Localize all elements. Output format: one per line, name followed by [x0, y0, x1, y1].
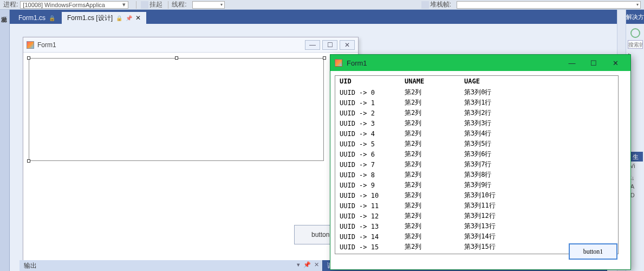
table-cell: 第3列8行 — [460, 170, 618, 180]
table-row[interactable]: UUID -> 9第2列第3列9行 — [335, 180, 618, 190]
table-cell: UUID -> 7 — [335, 159, 400, 170]
table-row[interactable]: UUID -> 2第2列第3列2行 — [335, 108, 618, 118]
table-cell: 第3列5行 — [460, 139, 618, 149]
designer-form-window[interactable]: Form1 — ☐ ✕ button1 — [23, 37, 359, 271]
table-row[interactable]: UUID -> 4第2列第3列4行 — [335, 128, 618, 139]
process-dropdown[interactable]: [10008] WindowsFormsApplica ▾ — [20, 1, 128, 9]
table-cell: UUID -> 10 — [335, 190, 400, 201]
table-row[interactable]: UUID -> 5第2列第3列5行 — [335, 139, 618, 149]
col-uid[interactable]: UID — [335, 76, 400, 87]
table-cell: 第3列3行 — [460, 118, 618, 128]
document-tab-strip: Form1.cs 🔒 Form1.cs [设计] 🔒 📌 ✕ ▾ — [10, 10, 626, 24]
designer-form-title: Form1 — [37, 41, 303, 49]
debug-toolbar: 进程: [10008] WindowsFormsApplica ▾ 挂起 线程:… — [0, 0, 644, 10]
chevron-down-icon[interactable]: ▾ — [297, 261, 300, 268]
table-cell: 第3列12行 — [460, 211, 618, 221]
resize-handle[interactable] — [27, 56, 30, 60]
left-toolbox-gutter[interactable]: 发动源 — [0, 10, 10, 271]
resize-handle[interactable] — [27, 159, 30, 163]
chevron-down-icon: ▾ — [122, 1, 126, 8]
close-icon[interactable]: ✕ — [314, 261, 319, 268]
designer-client-area[interactable]: button1 — [23, 53, 358, 271]
pin-icon[interactable]: 📌 — [303, 261, 311, 268]
table-row[interactable]: UUID -> 8第2列第3列8行 — [335, 170, 618, 180]
lock-icon: 🔒 — [49, 15, 55, 21]
table-row[interactable]: UUID -> 6第2列第3列6行 — [335, 149, 618, 159]
table-cell: 第2列 — [400, 170, 460, 180]
table-cell: 第3列1行 — [460, 98, 618, 108]
table-row[interactable]: UUID -> 11第2列第3列11行 — [335, 201, 618, 211]
table-cell: UUID -> 11 — [335, 201, 400, 211]
app-icon — [335, 59, 342, 67]
table-cell: 第3列13行 — [460, 221, 618, 231]
table-cell: 第2列 — [400, 201, 460, 211]
stackframe-dropdown[interactable]: ▾ — [457, 1, 641, 9]
listview-table: UID UNAME UAGE UUID -> 0第2列第3列0行UUID -> … — [335, 76, 618, 254]
col-uname[interactable]: UNAME — [400, 76, 460, 87]
table-header-row: UID UNAME UAGE — [335, 76, 618, 87]
solution-explorer-header: 解决方 — [626, 10, 644, 24]
table-row[interactable]: UUID -> 3第2列第3列3行 — [335, 118, 618, 128]
col-uage[interactable]: UAGE — [460, 76, 618, 87]
table-row[interactable]: UUID -> 0第2列第3列0行 — [335, 87, 618, 98]
close-button[interactable]: ✕ — [340, 40, 355, 50]
table-cell: 第3列0行 — [460, 87, 618, 98]
table-cell: 第2列 — [400, 180, 460, 190]
maximize-button[interactable]: ☐ — [583, 55, 604, 71]
designer-listview-control[interactable] — [29, 58, 324, 161]
table-row[interactable]: UUID -> 1第2列第3列1行 — [335, 98, 618, 108]
minimize-button[interactable]: — — [305, 40, 320, 50]
output-panel-tab[interactable]: 输出 ▾ 📌 ✕ — [19, 260, 323, 271]
table-row[interactable]: UUID -> 10第2列第3列10行 — [335, 190, 618, 201]
table-cell: 第3列4行 — [460, 128, 618, 139]
table-row[interactable]: UUID -> 7第2列第3列7行 — [335, 159, 618, 170]
table-cell: UUID -> 14 — [335, 231, 400, 242]
process-label: 进程: — [3, 0, 18, 9]
table-cell: 第3列14行 — [460, 231, 618, 242]
table-row[interactable]: UUID -> 14第2列第3列14行 — [335, 231, 618, 242]
tab-label: Form1.cs [设计] — [67, 14, 113, 23]
table-cell: 第2列 — [400, 139, 460, 149]
lifecycle-icon[interactable] — [141, 1, 148, 9]
close-button[interactable]: ✕ — [604, 55, 626, 71]
search-input[interactable] — [628, 40, 643, 49]
runwin-client-area: UID UNAME UAGE UUID -> 0第2列第3列0行UUID -> … — [330, 71, 630, 269]
button1[interactable]: button1 — [569, 243, 617, 260]
minimize-button[interactable]: — — [561, 55, 583, 71]
refresh-icon[interactable] — [630, 28, 640, 38]
thread-dropdown[interactable]: ▾ — [192, 1, 225, 9]
stackframe-icon[interactable] — [421, 1, 429, 9]
runwin-titlebar[interactable]: Form1 — ☐ ✕ — [330, 55, 630, 71]
table-row[interactable]: UUID -> 13第2列第3列13行 — [335, 221, 618, 231]
table-cell: UUID -> 1 — [335, 98, 400, 108]
listview[interactable]: UID UNAME UAGE UUID -> 0第2列第3列0行UUID -> … — [335, 75, 619, 254]
table-cell: 第2列 — [400, 221, 460, 231]
table-cell: 第2列 — [400, 190, 460, 201]
maximize-button[interactable]: ☐ — [322, 40, 337, 50]
output-label: 输出 — [24, 261, 37, 270]
table-cell: 第3列10行 — [460, 190, 618, 201]
table-cell: 第2列 — [400, 128, 460, 139]
table-cell: UUID -> 15 — [335, 242, 400, 252]
table-cell: 第2列 — [400, 211, 460, 221]
running-form1-window[interactable]: Form1 — ☐ ✕ UID UNAME UAGE UUID -> 0第2列第… — [330, 54, 631, 270]
separator — [136, 1, 136, 9]
table-cell: UUID -> 2 — [335, 108, 400, 118]
pin-icon[interactable]: 📌 — [126, 15, 132, 21]
separator — [168, 1, 168, 9]
resize-handle[interactable] — [323, 56, 326, 60]
table-cell: 第3列2行 — [460, 108, 618, 118]
close-icon[interactable]: ✕ — [135, 14, 141, 22]
table-row[interactable]: UUID -> 12第2列第3列12行 — [335, 211, 618, 221]
process-value: [10008] WindowsFormsApplica — [23, 2, 105, 8]
table-cell: UUID -> 4 — [335, 128, 400, 139]
resize-handle[interactable] — [175, 56, 178, 60]
table-cell: UUID -> 12 — [335, 211, 400, 221]
table-cell: 第2列 — [400, 231, 460, 242]
designer-titlebar: Form1 — ☐ ✕ — [23, 37, 358, 53]
tab-form1-cs[interactable]: Form1.cs 🔒 — [13, 12, 61, 24]
thread-label: 线程: — [172, 0, 186, 9]
tab-form1-design[interactable]: Form1.cs [设计] 🔒 📌 ✕ — [62, 12, 146, 24]
table-cell: UUID -> 5 — [335, 139, 400, 149]
table-cell: UUID -> 3 — [335, 118, 400, 128]
